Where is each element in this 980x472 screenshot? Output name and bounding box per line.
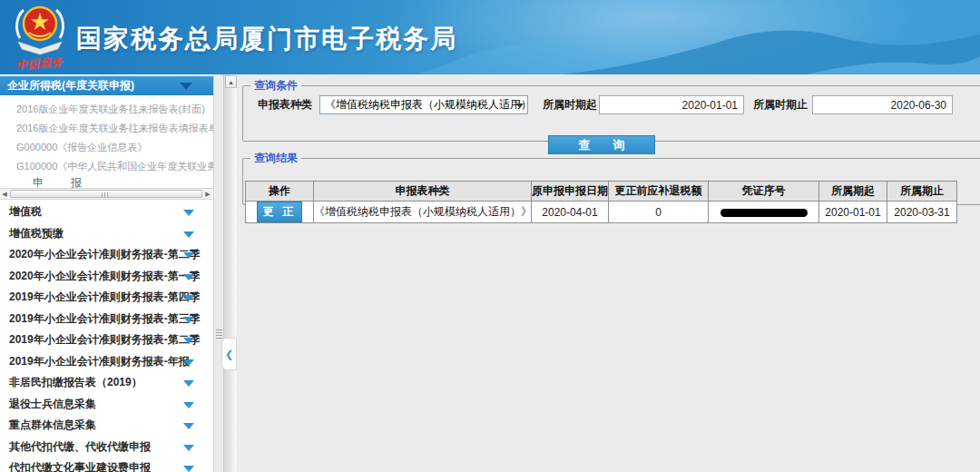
scroll-left-icon[interactable]: ◀: [0, 189, 9, 199]
chevron-down-icon: [180, 83, 192, 90]
sidebar-subitem-report-form[interactable]: 2016版企业年度关联业务往来报告表填报表单: [0, 119, 214, 138]
sidebar-item-2019-annual[interactable]: 2019年小企业会计准则财务报表-年报: [0, 351, 214, 373]
chevron-down-icon: [183, 423, 194, 429]
col-period-start: 所属期起: [819, 182, 887, 202]
table-row: 更 正 《增值税纳税申报表（小规模纳税人适用）》 2020-04-01 0 20…: [246, 202, 957, 223]
chevron-down-icon: [183, 274, 194, 280]
query-results-fieldset: 查询结果 操作 申报表种类 原申报申报日期 更正前应补退税额 凭证序号 所属期起…: [242, 151, 980, 205]
sidebar-subitem-report-cover[interactable]: 2016版企业年度关联业务往来报告表(封面): [0, 100, 214, 119]
sidebar-subitem-g100000[interactable]: G100000《中华人民共和国企业年度关联业务往来汇总: [0, 157, 214, 176]
cell-report-type: 《增值税纳税申报表（小规模纳税人适用）》: [314, 202, 532, 223]
vertical-scrollbar[interactable]: ▲: [223, 74, 237, 472]
sidebar-item-2019-q2[interactable]: 2019年小企业会计准则财务报表-第二季: [0, 329, 214, 351]
scroll-up-icon[interactable]: ▲: [225, 75, 237, 88]
chevron-down-icon: [183, 359, 194, 366]
period-start-input[interactable]: [599, 95, 744, 114]
sidebar-item-key-groups-info[interactable]: 重点群体信息采集: [0, 415, 214, 437]
sidebar-section-title: 企业所得税(年度关联申报): [7, 79, 134, 92]
sidebar-item-2020-q2[interactable]: 2020年小企业会计准则财务报表-第二季: [0, 244, 214, 266]
results-header-row: 操作 申报表种类 原申报申报日期 更正前应补退税额 凭证序号 所属期起 所属期止: [246, 182, 957, 202]
sidebar-item-2019-q3[interactable]: 2019年小企业会计准则财务报表-第三季: [0, 309, 214, 330]
chevron-down-icon: [183, 380, 194, 387]
sidebar-item-veteran-info[interactable]: 退役士兵信息采集: [0, 394, 214, 416]
chevron-down-icon: [183, 210, 194, 216]
chevron-down-icon: [183, 317, 194, 323]
site-title: 国家税务总局厦门市电子税务局: [76, 22, 457, 56]
cell-period-end: 2020-03-31: [887, 202, 957, 223]
cell-refund-amount: 0: [609, 202, 709, 223]
sidebar-item-2019-q4[interactable]: 2019年小企业会计准则财务报表-第四季: [0, 287, 214, 309]
query-conditions-fieldset: 查询条件 申报表种类 《增值税纳税申报表（小规模纳税人适用）》 所属时期起 所属…: [242, 78, 980, 142]
cell-voucher-no: [709, 202, 819, 223]
correct-button[interactable]: 更 正: [257, 202, 302, 222]
results-table: 操作 申报表种类 原申报申报日期 更正前应补退税额 凭证序号 所属期起 所属期止…: [245, 181, 957, 223]
period-end-label: 所属时期止: [753, 95, 808, 114]
cell-original-date: 2020-04-01: [532, 202, 609, 223]
col-period-end: 所属期止: [887, 182, 957, 202]
sidebar-item-other-withholding[interactable]: 其他代扣代缴、代收代缴申报: [0, 437, 214, 458]
col-action: 操作: [246, 182, 314, 202]
query-conditions-legend: 查询条件: [250, 78, 301, 93]
sidebar-item-vat-prepay[interactable]: 增值税预缴: [0, 223, 214, 245]
main-content: 查询条件 申报表种类 《增值税纳税申报表（小规模纳税人适用）》 所属时期起 所属…: [238, 74, 980, 472]
sidebar: 企业所得税(年度关联申报) 2016版企业年度关联业务往来报告表(封面) 201…: [0, 74, 214, 472]
report-type-select[interactable]: 《增值税纳税申报表（小规模纳税人适用）》: [319, 95, 528, 114]
chevron-down-icon: [183, 402, 194, 408]
sidebar-item-2020-q1[interactable]: 2020年小企业会计准则财务报表-第一季: [0, 266, 214, 288]
query-results-legend: 查询结果: [250, 151, 301, 166]
national-emblem-icon: [11, 2, 69, 56]
select-arrow-icon: [516, 103, 524, 108]
col-voucher-no: 凭证序号: [709, 182, 819, 202]
sidebar-gutter: ▲ ❮: [214, 74, 238, 472]
tax-bureau-logo: 中国税务: [7, 2, 73, 74]
chevron-down-icon: [183, 295, 194, 301]
mountain-background: [417, 0, 980, 74]
resize-grip-icon[interactable]: [216, 329, 222, 339]
sidebar-sub-items: 2016版企业年度关联业务往来报告表(封面) 2016版企业年度关联业务往来报告…: [0, 100, 214, 176]
chevron-down-icon: [183, 466, 194, 472]
logo-caption: 中国税务: [8, 54, 71, 74]
scrollbar-thumb[interactable]: [10, 190, 202, 198]
cell-period-start: 2020-01-01: [819, 202, 887, 223]
chevron-down-icon: [183, 338, 194, 344]
chevron-down-icon: [183, 231, 194, 238]
col-report-type: 申报表种类: [314, 182, 532, 202]
sidebar-menu-list: 增值税 增值税预缴 2020年小企业会计准则财务报表-第二季 2020年小企业会…: [0, 202, 214, 472]
sidebar-item-vat[interactable]: 增值税: [0, 202, 214, 223]
app-header: 中国税务 国家税务总局厦门市电子税务局: [0, 0, 980, 74]
sidebar-collapse-button[interactable]: ❮: [221, 338, 237, 370]
col-original-date: 原申报申报日期: [532, 182, 609, 202]
sidebar-subitem-g000000[interactable]: G000000《报告企业信息表》: [0, 138, 214, 157]
chevron-down-icon: [183, 252, 194, 259]
period-end-input[interactable]: [812, 95, 953, 114]
report-type-label: 申报表种类: [258, 95, 312, 114]
thumb-grip-icon: [102, 192, 110, 197]
sidebar-horizontal-scrollbar[interactable]: ◀ ▶: [0, 188, 214, 200]
scroll-right-icon[interactable]: ▶: [203, 189, 212, 199]
period-start-label: 所属时期起: [543, 95, 597, 114]
col-refund-amount: 更正前应补退税额: [609, 182, 709, 202]
voucher-redacted-bar: [720, 209, 808, 217]
sidebar-section-corporate-income-tax[interactable]: 企业所得税(年度关联申报): [0, 76, 214, 95]
sidebar-item-nonresident-withholding[interactable]: 非居民扣缴报告表（2019）: [0, 372, 214, 394]
chevron-down-icon: [183, 445, 194, 451]
sidebar-item-cultural-fee[interactable]: 代扣代缴文化事业建设费申报: [0, 457, 214, 472]
